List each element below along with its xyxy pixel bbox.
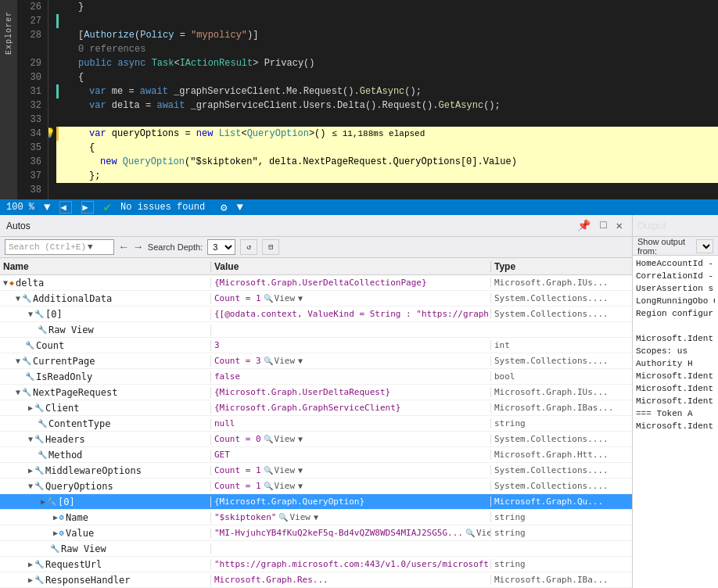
back-button[interactable]: ← [119, 241, 128, 253]
zoom-level: 100 % [6, 202, 34, 213]
col-header-value: Value [211, 261, 491, 272]
variable-type: System.Collections.... [491, 293, 632, 303]
search-depth-select[interactable]: 31245 [207, 239, 235, 255]
pin-button[interactable]: 📌 [574, 219, 594, 232]
collapse-icon[interactable]: ▼ [28, 435, 33, 443]
close-button[interactable]: ✕ [613, 219, 626, 232]
variable-value: Count = 1🔍 View ▼ [211, 293, 491, 303]
autos-title: Autos [6, 220, 31, 231]
table-row[interactable]: ▶🔧 [0]{Microsoft.Graph.QueryOption}Micro… [0, 494, 632, 510]
code-line: }; [56, 169, 718, 183]
field-icon: ⚙ [59, 529, 64, 537]
table-row[interactable]: ▶🔧 ResponseHandlerMicrosoft.Graph.Res...… [0, 572, 632, 588]
magnify-button[interactable]: 🔍 [264, 435, 273, 443]
bottom-section: Autos 📌 □ ✕ Search (Ctrl+E) ▼ ← → Search… [0, 215, 718, 588]
variable-type: System.Collections.... [491, 434, 632, 444]
property-icon: 🔧 [38, 325, 47, 334]
table-row[interactable]: ▼◆ delta{Microsoft.Graph.UserDeltaCollec… [0, 275, 632, 291]
search-dropdown-icon[interactable]: ▼ [88, 242, 93, 252]
main-layout: Explorer 2627282930313233343536373839404… [0, 0, 718, 588]
expand-icon[interactable]: ▶ [28, 466, 33, 475]
variable-type: string [491, 512, 632, 522]
table-row[interactable]: ▼🔧 HeadersCount = 0🔍 View ▼System.Collec… [0, 432, 632, 447]
scroll-right[interactable]: ▶ [81, 201, 94, 213]
status-bar: 100 % ▼ ◀ ▶ ✔ No issues found ⚙ ▼ [0, 199, 718, 215]
code-line: new QueryOption("$skiptoken", delta.Next… [56, 155, 718, 169]
variable-value: {Microsoft.Graph.QueryOption} [211, 497, 491, 507]
collapse-icon[interactable]: ▼ [28, 310, 33, 318]
variable-type: Microsoft.Graph.Qu... [491, 497, 632, 507]
search-box[interactable]: Search (Ctrl+E) ▼ [5, 239, 114, 255]
code-line: var delta = await _graphServiceClient.Us… [56, 99, 718, 113]
view-dropdown[interactable]: ▼ [298, 435, 303, 443]
table-row[interactable]: ▶🔧 Client{Microsoft.Graph.GraphServiceCl… [0, 400, 632, 416]
table-row[interactable]: ▶⚙ Value"MI-HvjuhcYB4fKuQ2keF5q-Bd4vQZW8… [0, 525, 632, 541]
variable-name: AdditionalData [33, 293, 112, 304]
property-icon: 🔧 [34, 482, 44, 490]
magnify-button[interactable]: 🔍 [264, 357, 273, 365]
table-row[interactable]: 🔧 Count3int [0, 338, 632, 353]
table-row[interactable]: 🔧 IsReadOnlyfalsebool [0, 369, 632, 385]
search-placeholder: Search (Ctrl+E) [9, 242, 86, 252]
expand-icon[interactable]: ▶ [28, 560, 33, 568]
forward-button[interactable]: → [133, 241, 142, 253]
variable-value: Count = 1🔍 View ▼ [211, 481, 491, 491]
collapse-icon[interactable]: ▼ [3, 278, 8, 287]
magnify-button[interactable]: 🔍 [264, 294, 273, 303]
collapse-icon[interactable]: ▼ [16, 357, 20, 365]
table-row[interactable]: 🔧 Raw View [0, 322, 632, 338]
view-dropdown[interactable]: ▼ [298, 294, 303, 303]
build-dropdown[interactable]: ▼ [237, 201, 243, 213]
collapse-icon[interactable]: ▼ [16, 388, 20, 396]
variable-name: delta [16, 278, 44, 289]
table-row[interactable]: 🔧 ContentTypenullstring [0, 416, 632, 432]
zoom-dropdown[interactable]: ▼ [44, 201, 50, 213]
magnify-button[interactable]: 🔍 [264, 466, 273, 475]
view-dropdown[interactable]: ▼ [298, 466, 303, 475]
expand-icon[interactable]: ▶ [53, 529, 58, 537]
view-dropdown[interactable]: ▼ [298, 357, 303, 365]
code-content[interactable]: }[Authorize(Policy = "mypolicy")]0 refer… [48, 0, 718, 199]
table-row[interactable]: ▼🔧 AdditionalDataCount = 1🔍 View ▼System… [0, 291, 632, 307]
activity-bar: Explorer [0, 0, 17, 199]
code-line [56, 113, 718, 127]
expand-icon[interactable]: ▶ [28, 575, 33, 584]
code-line: var delta2 = await _graphServiceClient.U… [56, 197, 718, 199]
expand-icon[interactable]: ▶ [53, 513, 58, 522]
variable-type: string [491, 418, 632, 428]
magnify-button[interactable]: 🔍 [465, 529, 475, 537]
variable-name: Raw View [48, 324, 94, 335]
table-row[interactable]: ▶🔧 MiddlewareOptionsCount = 1🔍 View ▼Sys… [0, 463, 632, 479]
variable-name: MiddlewareOptions [45, 465, 142, 476]
table-row[interactable]: ▶🔧 RequestUrl"https://graph.microsoft.co… [0, 557, 632, 572]
variable-table[interactable]: Name Value Type ▼◆ delta{Microsoft.Graph… [0, 258, 632, 588]
columns-button[interactable]: ⊟ [262, 239, 279, 255]
variable-name: NextPageRequest [33, 387, 117, 398]
refresh-button[interactable]: ↺ [240, 239, 257, 255]
table-row[interactable]: 🔧 MethodGETMicrosoft.Graph.Htt... [0, 447, 632, 463]
table-row[interactable]: ▼🔧 NextPageRequest{Microsoft.Graph.UserD… [0, 385, 632, 400]
output-source-select[interactable] [696, 239, 713, 253]
expand-icon[interactable]: ▶ [28, 403, 33, 412]
magnify-button[interactable]: 🔍 [278, 513, 288, 522]
view-dropdown[interactable]: ▼ [298, 482, 303, 490]
view-dropdown[interactable]: ▼ [314, 513, 318, 522]
table-row[interactable]: ▶⚙ Name"$skiptoken"🔍 View ▼string [0, 510, 632, 525]
build-icon[interactable]: ⚙ [221, 201, 227, 214]
autos-toolbar: Search (Ctrl+E) ▼ ← → Search Depth: 3124… [0, 237, 632, 258]
no-issues-text: No issues found [120, 202, 205, 213]
view-label: View [275, 293, 296, 303]
table-row[interactable]: 🔧 Raw View [0, 541, 632, 557]
table-row[interactable]: ▼🔧 CurrentPageCount = 3🔍 View ▼System.Co… [0, 353, 632, 369]
collapse-icon[interactable]: ▼ [28, 482, 33, 490]
view-label: View [476, 528, 491, 538]
magnify-button[interactable]: 🔍 [264, 482, 273, 490]
output-line: Scopes: us [636, 345, 715, 357]
maximize-button[interactable]: □ [597, 219, 609, 232]
code-line: 💡var queryOptions = new List<QueryOption… [56, 127, 718, 141]
expand-icon[interactable]: ▶ [41, 497, 45, 506]
table-row[interactable]: ▼🔧 [0]{[@odata.context, ValueKind = Stri… [0, 307, 632, 322]
scroll-left[interactable]: ◀ [59, 201, 72, 213]
collapse-icon[interactable]: ▼ [16, 294, 20, 303]
table-row[interactable]: ▼🔧 QueryOptionsCount = 1🔍 View ▼System.C… [0, 479, 632, 494]
